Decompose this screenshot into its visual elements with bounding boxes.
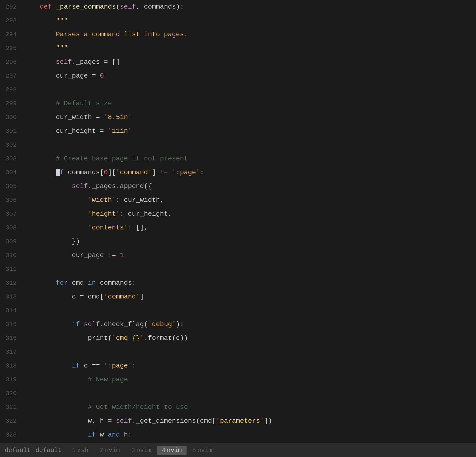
line-content: w, h = self._get_dimensions(cmd['paramet… (24, 414, 474, 428)
tab-number: 3 (131, 447, 135, 454)
statusbar-tab-nvim[interactable]: 2nvim (94, 447, 126, 454)
line-content: self._pages.append({ (24, 179, 474, 193)
code-line: 305 self._pages.append({ (0, 179, 476, 193)
code-line: 296 self._pages = [] (0, 55, 476, 69)
line-number: 308 (2, 221, 24, 235)
statusbar-tab-nvim[interactable]: 3nvim (126, 447, 157, 454)
line-content (24, 345, 474, 359)
tab-number: 2 (100, 447, 104, 454)
line-number: 299 (2, 97, 24, 110)
line-number: 292 (2, 0, 24, 14)
tab-label: nvim (197, 447, 212, 454)
code-line: 297 cur_page = 0 (0, 69, 476, 83)
code-line: 303 # Create base page if not present (0, 152, 476, 166)
code-line: 314 (0, 304, 476, 317)
line-number: 293 (2, 14, 24, 28)
line-number: 318 (2, 359, 24, 373)
line-content: cur_page += 1 (24, 249, 474, 262)
tab-number: 4 (162, 447, 166, 454)
line-content: # Default size (24, 97, 474, 110)
line-content: cur_width = '8.5in' (24, 110, 474, 124)
line-number: 306 (2, 193, 24, 207)
line-content (24, 304, 474, 317)
line-content: for cmd in commands: (24, 276, 474, 290)
line-content: 'width': cur_width, (24, 193, 474, 207)
code-line: 323 if w and h: (0, 428, 476, 442)
line-number: 313 (2, 290, 24, 304)
line-number: 305 (2, 179, 24, 193)
line-number: 300 (2, 110, 24, 124)
line-number: 297 (2, 69, 24, 83)
line-content: Parses a command list into pages. (24, 28, 474, 42)
line-number: 303 (2, 152, 24, 166)
code-line: 322 w, h = self._get_dimensions(cmd['par… (0, 414, 476, 428)
line-content (24, 138, 474, 152)
code-line: 316 print('cmd {}'.format(c)) (0, 331, 476, 345)
line-content: """ (24, 14, 474, 28)
tab-label: nvim (136, 447, 151, 454)
tab-label: nvim (105, 447, 119, 454)
code-line: 302 (0, 138, 476, 152)
line-number: 323 (2, 428, 24, 442)
code-line: 298 (0, 83, 476, 97)
code-line: 307 'height': cur_height, (0, 207, 476, 221)
code-editor: 292 def _parse_commands(self, commands):… (0, 0, 476, 443)
line-content: """ (24, 42, 474, 55)
code-line: 310 cur_page += 1 (0, 249, 476, 262)
line-content: 'contents': [], (24, 221, 474, 235)
code-line: 293 """ (0, 14, 476, 28)
code-line: 318 if c == ':page': (0, 359, 476, 373)
line-number: 315 (2, 317, 24, 331)
code-line: 308 'contents': [], (0, 221, 476, 235)
line-content: def _parse_commands(self, commands): (24, 0, 474, 14)
line-number: 298 (2, 83, 24, 97)
code-line: 294 Parses a command list into pages. (0, 28, 476, 42)
line-content: c = cmd['command'] (24, 290, 474, 304)
line-content: if commands[0]['command'] != ':page': (24, 166, 474, 179)
code-line: 292 def _parse_commands(self, commands): (0, 0, 476, 14)
statusbar-tab-nvim[interactable]: 4nvim (157, 446, 187, 455)
status-mode: default (35, 447, 66, 454)
code-line: 319 # New page (0, 373, 476, 387)
line-content: 'height': cur_height, (24, 207, 474, 221)
line-number: 294 (2, 28, 24, 42)
line-number: 312 (2, 276, 24, 290)
line-number: 320 (2, 387, 24, 400)
line-content: self._pages = [] (24, 55, 474, 69)
line-content: cur_height = '11in' (24, 124, 474, 138)
line-number: 310 (2, 249, 24, 262)
status-mode: default (5, 447, 35, 454)
line-content: }) (24, 235, 474, 249)
line-number: 296 (2, 55, 24, 69)
line-number: 301 (2, 124, 24, 138)
code-line: 306 'width': cur_width, (0, 193, 476, 207)
line-number: 317 (2, 345, 24, 359)
line-content: # New page (24, 373, 474, 387)
line-content (24, 387, 474, 400)
code-line: 309 }) (0, 235, 476, 249)
statusbar-tab-zsh[interactable]: 1zsh (66, 447, 94, 454)
code-line: 304 if commands[0]['command'] != ':page'… (0, 166, 476, 179)
code-line: 312 for cmd in commands: (0, 276, 476, 290)
line-number: 307 (2, 207, 24, 221)
code-line: 295 """ (0, 42, 476, 55)
code-line: 300 cur_width = '8.5in' (0, 110, 476, 124)
tab-label: zsh (77, 447, 88, 454)
line-content: if c == ':page': (24, 359, 474, 373)
line-number: 302 (2, 138, 24, 152)
tab-number: 5 (192, 447, 196, 454)
line-number: 295 (2, 42, 24, 55)
line-number: 319 (2, 373, 24, 387)
line-number: 309 (2, 235, 24, 249)
code-line: 317 (0, 345, 476, 359)
line-content: # Get width/height to use (24, 400, 474, 414)
code-line: 301 cur_height = '11in' (0, 124, 476, 138)
code-line: 299 # Default size (0, 97, 476, 110)
line-number: 316 (2, 331, 24, 345)
statusbar-tab-nvim[interactable]: 5nvim (187, 447, 218, 454)
statusbar: default default1zsh2nvim3nvim4nvim5nvim (0, 443, 476, 457)
line-number: 321 (2, 400, 24, 414)
line-number: 314 (2, 304, 24, 317)
code-line: 313 c = cmd['command'] (0, 290, 476, 304)
code-line: 311 (0, 262, 476, 276)
